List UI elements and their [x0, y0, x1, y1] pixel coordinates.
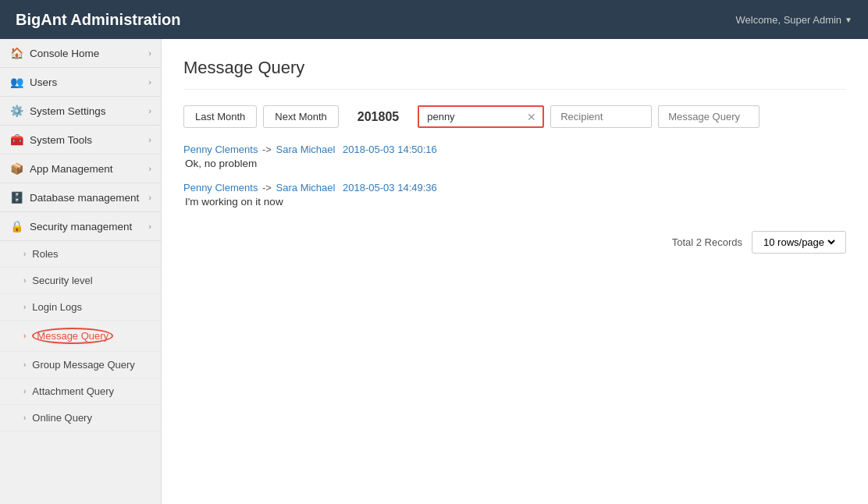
message-text: I'm working on it now	[183, 196, 846, 208]
footer-row: Total 2 Records 10 rows/page 20 rows/pag…	[183, 231, 846, 254]
message-meta: Penny Clements -> Sara Michael 2018-05-0…	[183, 182, 846, 193]
sidebar-sub-label-login-logs: Login Logs	[32, 301, 82, 313]
page-title: Message Query	[183, 58, 846, 90]
chevron-icon: ›	[148, 193, 151, 202]
sidebar-label-console-home: Console Home	[30, 48, 99, 59]
sidebar-label-users: Users	[30, 76, 57, 88]
sidebar-sub-label-attachment-query: Attachment Query	[32, 385, 114, 397]
tools-icon: 🧰	[9, 133, 23, 146]
sidebar-label-security-management: Security management	[30, 221, 132, 232]
rows-per-page-select[interactable]: 10 rows/page 20 rows/page 50 rows/page	[752, 231, 846, 254]
sidebar-sub-label-roles: Roles	[32, 248, 58, 260]
sub-chevron-icon: ›	[23, 387, 26, 396]
sidebar-sub-item-roles[interactable]: › Roles	[0, 241, 161, 268]
sidebar-item-system-settings[interactable]: ⚙️ System Settings ›	[0, 97, 161, 126]
next-month-button[interactable]: Next Month	[263, 105, 338, 128]
security-icon: 🔒	[9, 220, 23, 232]
records-area: Penny Clements -> Sara Michael 2018-05-0…	[183, 144, 846, 208]
database-icon: 🗄️	[9, 191, 23, 204]
sidebar-sub-item-message-query[interactable]: › Message Query	[0, 321, 161, 352]
chevron-icon: ›	[148, 135, 151, 144]
sidebar-sub-item-login-logs[interactable]: › Login Logs	[0, 294, 161, 321]
sidebar-sub-item-attachment-query[interactable]: › Attachment Query	[0, 378, 161, 405]
sub-chevron-icon: ›	[23, 360, 26, 369]
sub-chevron-icon-active: ›	[23, 332, 26, 340]
sidebar-sub-label-message-query: Message Query	[37, 330, 108, 342]
message-recipient: Sara Michael	[276, 182, 336, 193]
home-icon: 🏠	[9, 47, 23, 59]
user-caret-icon[interactable]: ▼	[845, 16, 852, 24]
sub-chevron-icon: ›	[23, 413, 26, 422]
message-query-input[interactable]	[658, 105, 760, 128]
sidebar-item-app-management[interactable]: 📦 App Management ›	[0, 154, 161, 183]
sidebar-sub-item-group-message-query[interactable]: › Group Message Query	[0, 352, 161, 378]
sidebar-label-database-management: Database management	[30, 192, 139, 204]
message-sender: Penny Clements	[183, 144, 258, 155]
recipient-input[interactable]	[550, 105, 652, 128]
sidebar-sub-item-security-level[interactable]: › Security level	[0, 268, 161, 294]
sidebar-label-system-tools: System Tools	[30, 134, 92, 146]
sub-chevron-icon: ›	[23, 303, 26, 311]
chevron-icon: ›	[148, 77, 151, 87]
main-layout: 🏠 Console Home › 👥 Users › ⚙️ System Set…	[0, 39, 868, 504]
toolbar-row: Last Month Next Month 201805 ✕	[183, 105, 846, 128]
app-icon: 📦	[9, 162, 23, 175]
user-label: Welcome, Super Admin	[735, 14, 841, 26]
sidebar-item-database-management[interactable]: 🗄️ Database management ›	[0, 183, 161, 212]
rows-per-page-dropdown[interactable]: 10 rows/page 20 rows/page 50 rows/page	[760, 236, 838, 249]
sidebar-item-system-tools[interactable]: 🧰 System Tools ›	[0, 126, 161, 154]
sub-chevron-icon: ›	[23, 250, 26, 258]
sidebar-sub-label-group-message-query: Group Message Query	[32, 359, 135, 371]
last-month-button[interactable]: Last Month	[183, 105, 257, 128]
chevron-icon: ›	[148, 222, 151, 231]
top-header: BigAnt Administration Welcome, Super Adm…	[0, 0, 868, 39]
sidebar-item-console-home[interactable]: 🏠 Console Home ›	[0, 39, 161, 68]
message-timestamp: 2018-05-03 14:50:16	[343, 144, 437, 155]
arrow-icon: ->	[262, 144, 272, 155]
sidebar-item-security-management[interactable]: 🔒 Security management ›	[0, 212, 161, 241]
active-circle: Message Query	[32, 328, 113, 344]
message-text: Ok, no problem	[183, 158, 846, 169]
message-record: Penny Clements -> Sara Michael 2018-05-0…	[183, 144, 846, 169]
users-icon: 👥	[9, 76, 23, 88]
sidebar-sub-item-online-query[interactable]: › Online Query	[0, 405, 161, 431]
search-clear-icon[interactable]: ✕	[521, 111, 542, 123]
sidebar-label-system-settings: System Settings	[30, 105, 106, 117]
message-sender: Penny Clements	[183, 182, 258, 193]
message-meta: Penny Clements -> Sara Michael 2018-05-0…	[183, 144, 846, 155]
sub-chevron-icon: ›	[23, 276, 26, 285]
month-display: 201805	[358, 110, 399, 124]
arrow-icon: ->	[262, 182, 272, 193]
user-info: Welcome, Super Admin ▼	[735, 14, 852, 26]
message-timestamp: 2018-05-03 14:49:36	[343, 182, 437, 193]
sidebar: 🏠 Console Home › 👥 Users › ⚙️ System Set…	[0, 39, 162, 504]
total-records-label: Total 2 Records	[672, 236, 742, 248]
main-content: Message Query Last Month Next Month 2018…	[162, 39, 868, 504]
sender-search-input[interactable]	[419, 107, 521, 126]
sender-search-wrapper: ✕	[418, 105, 544, 128]
app-title: BigAnt Administration	[16, 11, 180, 29]
sidebar-label-app-management: App Management	[30, 163, 113, 175]
sidebar-sub-label-security-level: Security level	[32, 275, 92, 286]
message-record: Penny Clements -> Sara Michael 2018-05-0…	[183, 182, 846, 208]
message-recipient: Sara Michael	[276, 144, 336, 155]
chevron-icon: ›	[148, 48, 151, 58]
chevron-icon: ›	[148, 164, 151, 173]
sidebar-item-users[interactable]: 👥 Users ›	[0, 68, 161, 97]
chevron-icon: ›	[148, 106, 151, 115]
settings-icon: ⚙️	[9, 105, 23, 117]
sidebar-sub-label-online-query: Online Query	[32, 412, 92, 424]
